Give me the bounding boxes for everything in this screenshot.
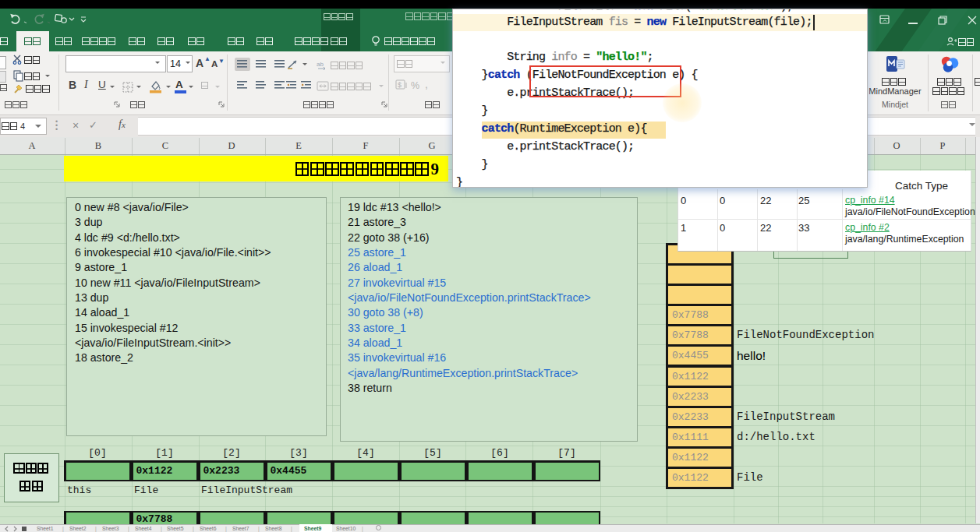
svg-text:ab: ab (317, 61, 324, 68)
svg-text:$: $ (398, 81, 402, 89)
